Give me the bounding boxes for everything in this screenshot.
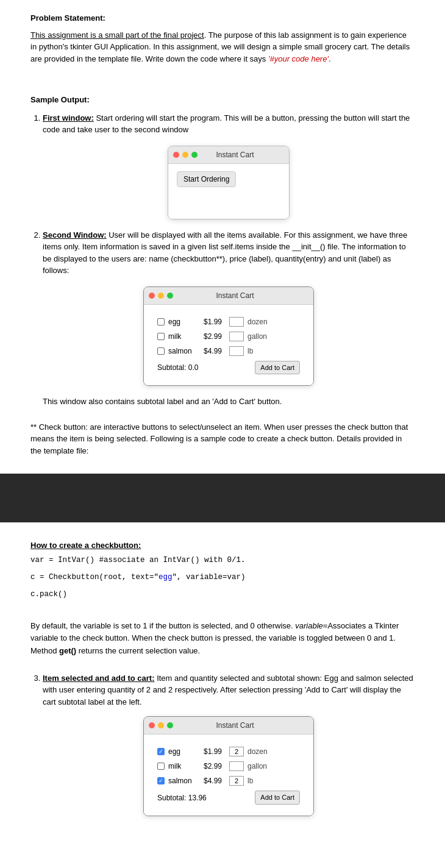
salmon-price: $4.99	[204, 346, 226, 357]
egg-price: $1.99	[204, 316, 226, 327]
salmon-name: salmon	[168, 346, 200, 357]
traffic-red-1	[173, 152, 179, 158]
code-line-3: c.pack()	[30, 588, 415, 600]
window2-titlebar: Instant Cart	[144, 287, 313, 305]
first-window-title: First window:	[43, 113, 94, 123]
milk3-checkbox	[157, 763, 165, 770]
window1-titlebar: Instant Cart	[168, 146, 289, 164]
milk-name: milk	[168, 331, 200, 342]
code-highlight: '#your code here'	[268, 54, 329, 63]
sample-output-list: First window: Start ordering will start …	[30, 112, 415, 408]
subtotal-row: Subtotal: 0.0 Add to Cart	[157, 358, 300, 376]
egg-name: egg	[168, 316, 200, 327]
grocery-table-3: egg $1.99 dozen milk $2.99 gallon	[152, 742, 305, 808]
salmon-qty[interactable]	[229, 346, 244, 356]
add-to-cart3-button: Add to Cart	[255, 791, 300, 805]
subtotal-row-3: Subtotal: 13.96 Add to Cart	[157, 788, 300, 806]
code-line-2: c = Checkbutton(root, text="egg", variab…	[30, 571, 415, 583]
second-window-title: Second Window:	[43, 230, 107, 240]
salmon3-unit: lb	[247, 775, 300, 786]
window2-title: Instant Cart	[162, 290, 308, 301]
code-egg-highlight: egg	[158, 573, 173, 582]
subtotal-label: Subtotal: 0.0	[157, 362, 198, 373]
problem-statement-label: Problem Statement:	[30, 13, 105, 23]
egg-unit: dozen	[247, 316, 300, 327]
milk-checkbox	[157, 333, 165, 340]
window2-note: This window also contains subtotal label…	[43, 396, 415, 408]
salmon3-qty[interactable]	[229, 776, 244, 786]
subtotal3-label: Subtotal: 13.96	[157, 792, 207, 803]
list-item-2: Second Window: User will be displayed wi…	[43, 229, 415, 408]
salmon3-price: $4.99	[204, 775, 226, 786]
grocery-row-milk: milk $2.99 gallon	[157, 329, 300, 344]
grocery-row-salmon: salmon $4.99 lb	[157, 344, 300, 358]
checkbutton-intro: ** Check button: are interactive buttons…	[30, 421, 415, 457]
milk3-price: $2.99	[204, 761, 226, 772]
milk-unit: gallon	[247, 331, 300, 342]
grocery3-row-salmon: salmon $4.99 lb	[157, 774, 300, 788]
egg3-qty[interactable]	[229, 747, 244, 756]
traffic-red-3	[149, 722, 155, 728]
salmon3-checkbox	[157, 777, 165, 784]
add-to-cart-button: Add to Cart	[255, 361, 300, 375]
problem-description: This assignment is a small part of the f…	[30, 29, 415, 65]
problem-link: This assignment is a small part of the f…	[30, 30, 204, 40]
page-bottom: How to create a checkbutton: var = IntVa…	[0, 522, 445, 844]
milk-price: $2.99	[204, 331, 226, 342]
egg3-checkbox	[157, 748, 165, 755]
list-item-3: Item selected and add to cart: Item and …	[43, 672, 415, 816]
checkbutton-howto: How to create a checkbutton: var = IntVa…	[30, 539, 415, 600]
egg3-price: $1.99	[204, 746, 226, 757]
window3-title: Instant Cart	[162, 720, 308, 731]
egg-qty[interactable]	[229, 317, 244, 327]
list-item-1: First window: Start ordering will start …	[43, 112, 415, 219]
egg3-name: egg	[168, 746, 200, 757]
code-line-1: var = IntVar() #associate an IntVar() wi…	[30, 554, 415, 566]
first-window-desc: Start ordering will start the program. T…	[43, 113, 410, 135]
window3-titlebar: Instant Cart	[144, 717, 313, 735]
page-top: Problem Statement: This assignment is a …	[0, 0, 445, 474]
egg3-unit: dozen	[247, 746, 300, 757]
window2-mockup: Instant Cart egg $1.99 dozen mi	[143, 286, 314, 386]
start-ordering-button: Start Ordering	[177, 171, 236, 187]
item3-list: Item selected and add to cart: Item and …	[30, 672, 415, 816]
milk-qty[interactable]	[229, 332, 244, 341]
window2-body: egg $1.99 dozen milk $2.99 gallon	[144, 305, 313, 386]
salmon-checkbox	[157, 347, 165, 355]
traffic-red-2	[149, 293, 155, 299]
milk3-name: milk	[168, 761, 200, 772]
milk3-qty[interactable]	[229, 761, 244, 771]
dark-bar	[0, 474, 445, 522]
by-default-text: By default, the variable is set to 1 if …	[30, 620, 415, 658]
window3-body: egg $1.99 dozen milk $2.99 gallon	[144, 735, 313, 816]
problem-code-period: .	[329, 54, 331, 63]
egg-checkbox	[157, 318, 165, 326]
window1-body: Start Ordering	[168, 164, 289, 219]
window1-title: Instant Cart	[186, 149, 284, 160]
variable-italic: variable	[295, 621, 323, 630]
checkbutton-howto-label: How to create a checkbutton:	[30, 539, 415, 552]
grocery-row-egg: egg $1.99 dozen	[157, 315, 300, 329]
item3-title: Item selected and add to cart:	[43, 674, 155, 683]
grocery-table: egg $1.99 dozen milk $2.99 gallon	[152, 312, 305, 379]
milk3-unit: gallon	[247, 761, 300, 772]
window1-mockup: Instant Cart Start Ordering	[168, 146, 290, 219]
salmon3-name: salmon	[168, 775, 200, 786]
get-method: get()	[59, 646, 76, 655]
sample-output-label: Sample Output:	[30, 94, 415, 106]
grocery3-row-egg: egg $1.99 dozen	[157, 744, 300, 759]
grocery3-row-milk: milk $2.99 gallon	[157, 759, 300, 774]
salmon-unit: lb	[247, 346, 300, 357]
window3-mockup: Instant Cart egg $1.99 dozen mi	[143, 716, 314, 816]
